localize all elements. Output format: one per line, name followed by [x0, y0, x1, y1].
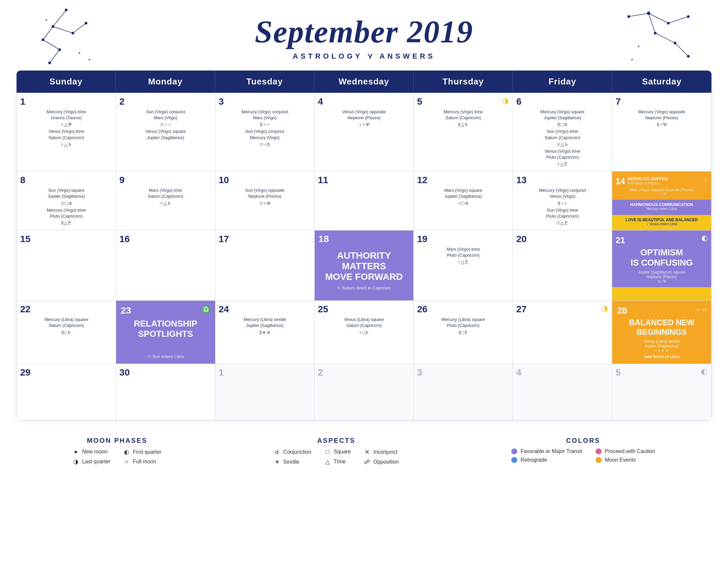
day-number: 5	[417, 96, 422, 107]
header-thursday: Thursday	[414, 70, 513, 93]
cell-14-top-symbols: ♂♀Ψ	[615, 192, 708, 196]
day-number: 2	[119, 96, 125, 107]
day-3: 3 Mercury (Virgo) conjunctMars (Virgo) ☿…	[215, 93, 315, 171]
sextile-item: ✶ Sextile	[274, 458, 311, 466]
inconjunct-item: ✕ Inconjunct	[364, 448, 399, 456]
inconjunct-icon: ✕	[364, 448, 370, 456]
svg-line-0	[53, 10, 66, 26]
footer: MOON PHASES ● New moon ◑ Last quarter ◐	[17, 430, 711, 472]
page: September 2019 ASTROLOGY ⋎ ANSWERS Sunda…	[0, 0, 728, 563]
day-oct-3: 3	[414, 364, 513, 420]
purple-label: Favorable or Major Transit	[521, 448, 582, 454]
day-23: 23 ♎ RELATIONSHIPSPOTLIGHTS ☉ Sun enters…	[116, 301, 215, 364]
day-number: 5	[615, 367, 621, 378]
colors-items: Favorable or Major Transit Retrograde Pr…	[511, 448, 655, 463]
cell-14-bot-sublabel: ♀ Venus enters Libra	[615, 222, 708, 226]
calendar-grid: 1 Mercury (Virgo) trineUranus (Taurus) ♀…	[17, 93, 711, 420]
day-number: 12	[417, 175, 427, 185]
day-15: 15	[17, 230, 116, 301]
day-2: 2 Sun (Virgo) conjunctMars (Virgo) ☉♂♂ V…	[116, 93, 215, 171]
day-number: 8	[20, 175, 25, 185]
header: September 2019 ASTROLOGY ⋎ ANSWERS	[7, 7, 721, 64]
day-21-event: Jupiter (Sagittarius) squareNeptune (Pis…	[615, 270, 708, 279]
day-number: 24	[219, 304, 229, 315]
inconjunct-label: Inconjunct	[373, 449, 397, 455]
day-number: 3	[417, 367, 422, 378]
header-tuesday: Tuesday	[215, 70, 314, 93]
day-14-bot: LOVE IS BEAUTIFUL AND BALANCED ♀ Venus e…	[612, 215, 711, 230]
day-number: 1	[20, 96, 25, 107]
day-23-title: RELATIONSHIPSPOTLIGHTS	[121, 319, 210, 339]
day-25: 25 Venus (Libra) squareSaturn (Capricorn…	[315, 301, 414, 364]
day-28-sub: New Moon in Libra	[617, 354, 706, 359]
svg-line-18	[668, 17, 688, 23]
aspects-col-1: ☌ Conjunction ✶ Sextile	[274, 448, 311, 466]
svg-line-20	[655, 33, 675, 43]
libra-symbol: ♎	[202, 305, 210, 314]
full-moon-icon: ○	[702, 305, 706, 314]
day-10: 10 Sun (Virgo) oppositeNeptune (Pisces) …	[215, 171, 315, 230]
svg-point-30	[631, 59, 633, 60]
conjunction-icon: ☌	[274, 448, 280, 456]
moon-phases-col-2: ◐ First quarter ○ Full moon	[124, 448, 161, 465]
day-number: 2	[318, 367, 323, 378]
day-23-subtitle: ☉ Sun enters Libra	[121, 354, 210, 359]
calendar-header: Sunday Monday Tuesday Wednesday Thursday…	[17, 70, 711, 93]
full-moon-icon: ○	[704, 176, 708, 184]
opposition-icon: ☍	[364, 458, 370, 466]
svg-point-23	[647, 12, 650, 15]
day-11: 11	[315, 171, 414, 230]
day-12: 12 Mars (Virgo) squareJupiter (Sagittari…	[414, 171, 513, 230]
day-16: 16	[116, 230, 215, 301]
day-28-title: BALANCED NEWBEGINNINGS	[617, 318, 706, 337]
day-7: 7 Mercury (Virgo) oppositeNeptune (Pisce…	[612, 93, 711, 171]
orange-color-item: Moon Events	[596, 457, 655, 463]
day-number: 4	[318, 96, 323, 107]
day-24: 24 Mercury (Libra) sextileJupiter (Sagit…	[215, 301, 315, 364]
day-26: 26 Mercury (Libra) squarePluto (Capricor…	[414, 301, 513, 364]
day-17: 17	[215, 230, 315, 301]
full-moon-item: ○ Full moon	[124, 458, 161, 465]
pink-dot	[596, 448, 602, 454]
opposition-label: Opposition	[373, 459, 399, 465]
full-moon-icon: ○	[124, 458, 130, 465]
day-number: 13	[516, 175, 526, 185]
svg-line-2	[43, 40, 60, 50]
day-number: 7	[615, 96, 621, 107]
day-18: 18 AUTHORITYMATTERSMOVE FORWARD ♄ Saturn…	[315, 230, 414, 301]
day-number: 21	[615, 235, 625, 245]
svg-point-6	[65, 9, 68, 11]
day-number: 20	[516, 234, 526, 244]
day-oct-5: 5 ◐	[612, 364, 711, 420]
new-moon-icon: ●	[73, 448, 79, 455]
day-21-symbols: ♃□Ψ	[615, 279, 708, 284]
square-icon: □	[325, 448, 331, 455]
day-4: 4 Venus (Virgo) oppositeNeptune (Pisces)…	[315, 93, 414, 171]
moon-phase-icon: ◑	[502, 96, 509, 105]
day-number: 30	[119, 367, 130, 378]
svg-line-5	[73, 23, 86, 33]
header-wednesday: Wednesday	[314, 70, 414, 93]
day-9: 9 Mars (Virgo) trineSaturn (Capricorn) ♂…	[116, 171, 215, 230]
svg-point-10	[48, 62, 51, 64]
constellation-right	[622, 7, 695, 68]
pink-color-item: Proceed with Caution	[596, 448, 655, 454]
day-number: 10	[219, 175, 229, 185]
sextile-icon: ✶	[274, 458, 280, 466]
day-number: 26	[417, 304, 427, 315]
day-number: 6	[516, 96, 522, 107]
aspects-section: ASPECTS ☌ Conjunction ✶ Sextile □ Squar	[274, 437, 399, 466]
day-21-bot	[612, 287, 711, 301]
day-number: 19	[417, 234, 427, 244]
square-item: □ Square	[325, 448, 351, 455]
svg-line-3	[50, 50, 60, 63]
svg-point-28	[687, 55, 690, 58]
blue-color-item: Retrograde	[511, 457, 582, 463]
cell-14-mid-sublabel: Mercury enters Libra	[615, 207, 708, 211]
day-oct-2: 2	[315, 364, 414, 420]
new-moon-item: ● New moon	[73, 448, 110, 455]
page-title: September 2019	[255, 13, 473, 50]
blue-dot	[511, 457, 517, 463]
svg-point-13	[46, 19, 47, 21]
day-19: 19 Mars (Virgo) trinePluto (Capricorn) ♂…	[414, 230, 513, 301]
